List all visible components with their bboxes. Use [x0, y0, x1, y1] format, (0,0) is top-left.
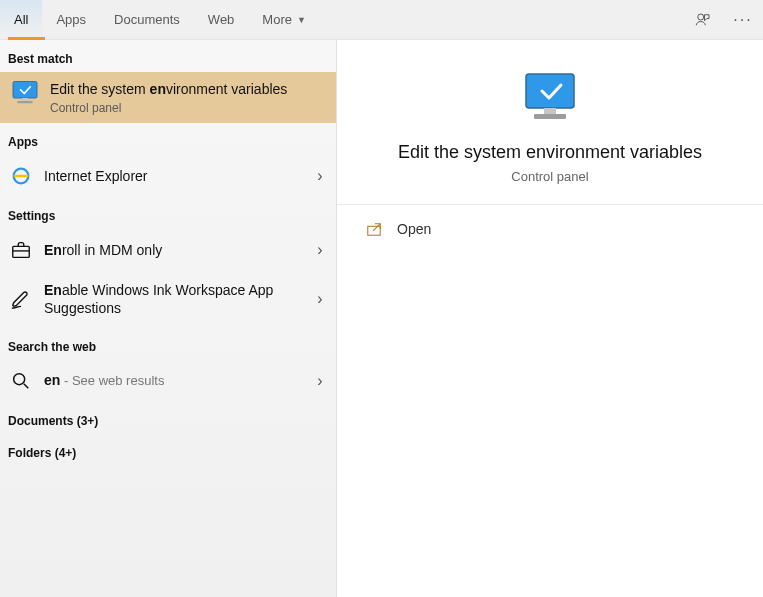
- section-settings: Settings: [0, 197, 336, 229]
- pen-icon: [10, 288, 32, 310]
- preview-panel: Edit the system environment variables Co…: [337, 40, 763, 597]
- monitor-check-icon: [10, 80, 40, 106]
- svg-rect-2: [22, 98, 28, 101]
- chevron-down-icon: ▼: [297, 15, 306, 25]
- section-search-web: Search the web: [0, 328, 336, 360]
- svg-point-6: [14, 373, 25, 384]
- tab-apps[interactable]: Apps: [42, 0, 100, 39]
- briefcase-icon: [10, 239, 32, 261]
- svg-point-0: [698, 14, 704, 20]
- action-open[interactable]: Open: [337, 205, 763, 253]
- svg-rect-8: [544, 108, 556, 114]
- chevron-right-icon: ›: [314, 290, 326, 308]
- more-options-icon[interactable]: ···: [723, 0, 763, 39]
- search-icon: [10, 370, 32, 392]
- svg-rect-5: [13, 247, 30, 258]
- section-apps: Apps: [0, 123, 336, 155]
- action-label: Open: [397, 221, 431, 237]
- best-match-item[interactable]: Edit the system environment variables Co…: [0, 72, 336, 123]
- ellipsis-icon: ···: [733, 11, 752, 29]
- preview-title: Edit the system environment variables: [357, 142, 743, 163]
- tab-more[interactable]: More▼: [248, 0, 320, 39]
- monitor-check-icon-large: [518, 70, 582, 126]
- tab-label: Web: [208, 12, 235, 27]
- tab-bar: All Apps Documents Web More▼ ···: [0, 0, 763, 40]
- svg-rect-3: [18, 101, 33, 103]
- svg-rect-1: [13, 82, 37, 99]
- tab-label: Documents: [114, 12, 180, 27]
- tab-active-underline: [8, 37, 45, 40]
- result-label: Internet Explorer: [44, 167, 302, 185]
- result-web-search[interactable]: en - See web results ›: [0, 360, 336, 402]
- result-label: Enroll in MDM only: [44, 241, 302, 259]
- section-documents[interactable]: Documents (3+): [0, 402, 336, 434]
- ie-icon: [10, 165, 32, 187]
- result-label: en - See web results: [44, 371, 302, 390]
- open-icon: [365, 221, 383, 237]
- result-enroll-mdm[interactable]: Enroll in MDM only ›: [0, 229, 336, 271]
- best-match-subtitle: Control panel: [50, 101, 326, 115]
- preview-subtitle: Control panel: [357, 169, 743, 184]
- svg-rect-7: [526, 74, 574, 108]
- svg-rect-10: [368, 226, 380, 235]
- best-match-title: Edit the system environment variables: [50, 80, 326, 98]
- chevron-right-icon: ›: [314, 241, 326, 259]
- tab-all[interactable]: All: [0, 0, 42, 39]
- result-windows-ink[interactable]: Enable Windows Ink Workspace App Suggest…: [0, 271, 336, 327]
- section-folders[interactable]: Folders (4+): [0, 434, 336, 466]
- tab-documents[interactable]: Documents: [100, 0, 194, 39]
- section-best-match: Best match: [0, 40, 336, 72]
- results-panel: Best match Edit the system environment v…: [0, 40, 337, 597]
- feedback-icon[interactable]: [683, 0, 723, 39]
- tab-web[interactable]: Web: [194, 0, 249, 39]
- tab-label: More: [262, 12, 292, 27]
- chevron-right-icon: ›: [314, 372, 326, 390]
- tab-label: Apps: [56, 12, 86, 27]
- result-internet-explorer[interactable]: Internet Explorer ›: [0, 155, 336, 197]
- tab-label: All: [14, 12, 28, 27]
- chevron-right-icon: ›: [314, 167, 326, 185]
- svg-rect-9: [534, 114, 566, 119]
- result-label: Enable Windows Ink Workspace App Suggest…: [44, 281, 302, 317]
